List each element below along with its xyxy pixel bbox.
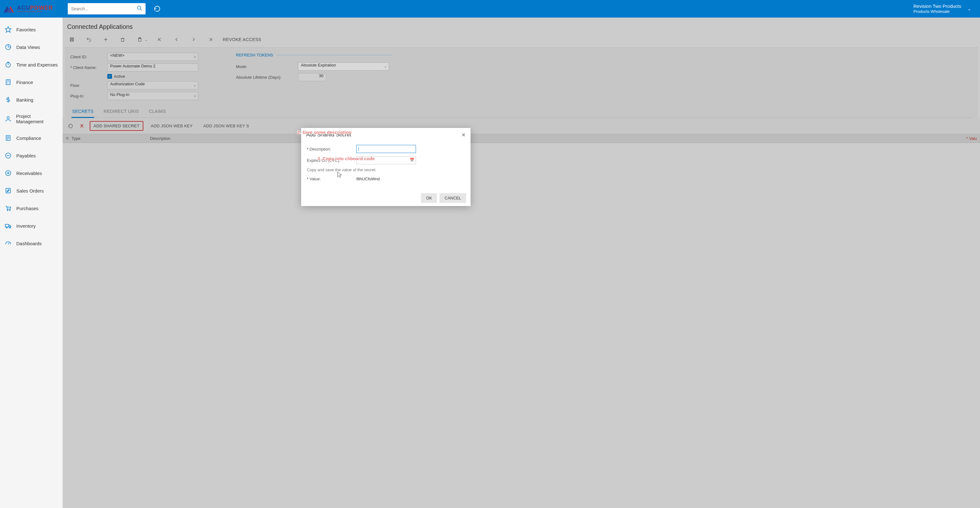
svg-rect-27 (6, 189, 11, 193)
svg-point-17 (7, 117, 9, 119)
svg-point-29 (10, 210, 10, 211)
svg-line-33 (8, 243, 10, 244)
document-icon (5, 134, 12, 142)
svg-point-32 (10, 227, 11, 228)
plus-circle-icon (5, 169, 12, 177)
sidebar-item-purchases[interactable]: Purchases (0, 200, 62, 217)
dollar-icon (5, 96, 12, 103)
description-label: Description: (307, 147, 351, 151)
cart-icon (5, 205, 12, 212)
tenant-subtitle: Products Wholesale (913, 9, 961, 14)
sidebar-label: Favorites (16, 27, 36, 32)
sidebar-label: Purchases (16, 206, 38, 211)
sidebar-item-inventory[interactable]: Inventory (0, 217, 62, 235)
top-bar: ACUPOWER INFINITE POSSIBILITIES Revision… (0, 0, 980, 17)
sidebar-item-time[interactable]: Time and Expenses (0, 56, 62, 73)
sidebar-item-compliance[interactable]: Compliance (0, 129, 62, 147)
main-content: Connected Applications ⌄ REVOKE ACCESS (63, 17, 980, 508)
description-input[interactable]: | (356, 145, 416, 153)
edit-icon (5, 187, 12, 194)
expires-label: Expires On (UTC): (307, 158, 351, 163)
tenant-selector[interactable]: Revision Two Products Products Wholesale… (913, 3, 977, 14)
global-search[interactable] (68, 3, 146, 14)
modal-overlay (63, 17, 980, 508)
calendar-icon[interactable]: 📅 (410, 158, 414, 162)
brand-name-1: ACU (17, 5, 30, 11)
truck-icon (5, 222, 12, 230)
brand-name-2: POWER (30, 5, 53, 11)
sidebar: Favorites Data Views Time and Expenses F… (0, 17, 63, 508)
sidebar-item-finance[interactable]: Finance (0, 73, 62, 91)
value-label: Value: (307, 176, 351, 181)
piechart-icon (5, 43, 12, 51)
sidebar-label: Data Views (16, 44, 40, 50)
sidebar-label: Sales Orders (16, 188, 44, 194)
logo[interactable]: ACUPOWER INFINITE POSSIBILITIES (3, 5, 65, 13)
minus-circle-icon (5, 152, 12, 159)
sidebar-label: Finance (16, 79, 33, 85)
calculator-icon (5, 78, 12, 86)
cancel-button[interactable]: CANCEL (439, 193, 466, 203)
star-icon (5, 26, 12, 33)
expires-input[interactable]: 📅 (356, 156, 416, 164)
add-shared-secret-modal: Add Shared Secret ✕ Description: | Expir… (301, 128, 471, 206)
svg-marker-5 (5, 27, 11, 32)
ok-button[interactable]: OK (421, 193, 437, 203)
sidebar-label: Time and Expenses (16, 62, 58, 67)
sidebar-item-sales[interactable]: Sales Orders (0, 182, 62, 200)
svg-rect-10 (6, 79, 10, 85)
tenant-title: Revision Two Products (913, 3, 961, 10)
sidebar-item-favorites[interactable]: Favorites (0, 21, 62, 38)
sidebar-label: Project Management (16, 114, 58, 124)
sidebar-item-payables[interactable]: Payables (0, 147, 62, 164)
stopwatch-icon (5, 61, 12, 68)
sidebar-item-dataviews[interactable]: Data Views (0, 38, 62, 56)
svg-point-28 (7, 210, 8, 211)
logo-icon (4, 5, 15, 13)
svg-rect-30 (5, 224, 9, 227)
sidebar-item-banking[interactable]: Banking (0, 91, 62, 108)
search-icon[interactable] (137, 5, 142, 13)
sidebar-label: Payables (16, 153, 36, 158)
sidebar-item-receivables[interactable]: Receivables (0, 164, 62, 182)
secret-value: f8hUCfoWnd (356, 176, 380, 181)
person-icon (5, 115, 12, 122)
hint-text: Copy and save the value of the secret. (307, 167, 465, 172)
chevron-down-icon: ⌄ (967, 6, 971, 11)
modal-title: Add Shared Secret (306, 132, 352, 138)
sidebar-label: Receivables (16, 171, 42, 176)
svg-point-3 (137, 6, 141, 10)
sidebar-item-dashboards[interactable]: Dashboards (0, 235, 62, 252)
sidebar-label: Dashboards (16, 241, 42, 246)
gauge-icon (5, 240, 12, 247)
search-input[interactable] (71, 6, 137, 11)
sidebar-label: Banking (16, 97, 33, 103)
close-icon[interactable]: ✕ (461, 132, 466, 138)
sidebar-label: Compliance (16, 135, 41, 141)
refresh-button[interactable] (150, 2, 164, 16)
sidebar-label: Inventory (16, 223, 36, 229)
svg-line-4 (140, 9, 142, 10)
brand-tagline: INFINITE POSSIBILITIES (17, 11, 53, 13)
svg-point-31 (6, 227, 8, 228)
sidebar-item-project[interactable]: Project Management (0, 108, 62, 129)
